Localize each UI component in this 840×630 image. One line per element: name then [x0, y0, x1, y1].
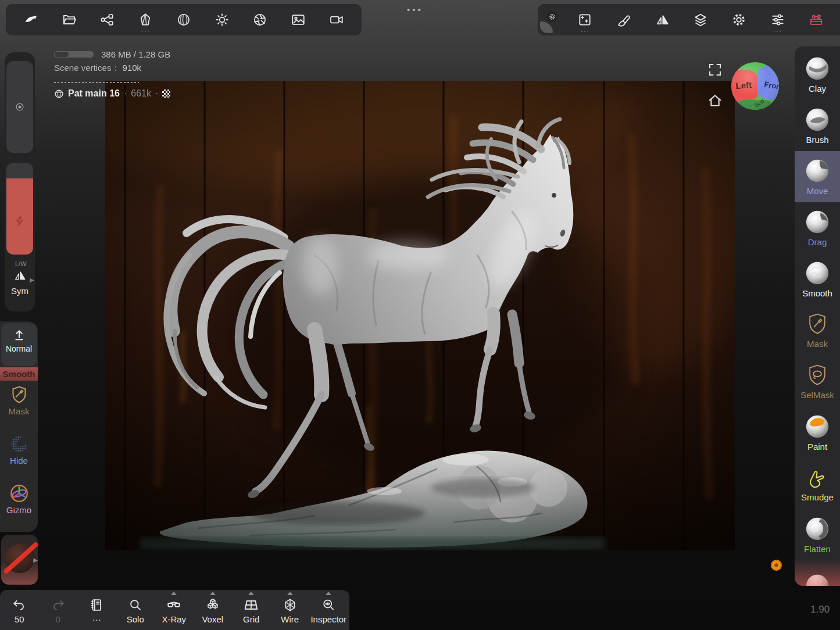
- matcap-icon[interactable]: [176, 12, 191, 27]
- left-mask-tool[interactable]: Mask: [0, 384, 38, 416]
- bottom-item-inspector[interactable]: Inspector: [309, 590, 348, 630]
- material-expand-arrow[interactable]: ▶: [33, 557, 38, 563]
- settings-gear-icon[interactable]: [731, 12, 746, 27]
- bottom-item-label: ···: [92, 614, 101, 624]
- tool-label: Brush: [806, 135, 828, 145]
- drag-tool-icon: [804, 209, 831, 235]
- redo-icon: [51, 597, 66, 613]
- expand-caret-icon[interactable]: [326, 592, 331, 595]
- symmetry-icon[interactable]: [655, 12, 670, 27]
- bottom-item-xray[interactable]: X-Ray: [155, 590, 194, 630]
- stroke-mode-smooth[interactable]: Smooth: [0, 367, 38, 381]
- object-sep2: ·: [155, 88, 158, 99]
- brush-radius-slider[interactable]: [6, 61, 33, 153]
- sym-expand-arrow[interactable]: ▶: [30, 277, 34, 283]
- lw-label: L/W: [15, 260, 35, 267]
- brush-intensity-slider[interactable]: [6, 163, 33, 255]
- lighting-icon[interactable]: [215, 12, 230, 27]
- tool-drag[interactable]: Drag: [795, 202, 840, 253]
- home-view-button[interactable]: [707, 92, 723, 109]
- toolbar-top-right: ··· ···: [538, 4, 840, 35]
- expand-caret-icon[interactable]: [287, 592, 293, 595]
- status-separator: [54, 82, 139, 83]
- tool-label: Move: [807, 186, 828, 196]
- bottom-item-label: Wire: [281, 614, 299, 624]
- material-card[interactable]: ▶: [1, 535, 38, 585]
- tool-gear-badge-icon: [546, 11, 557, 22]
- hide-label: Hide: [0, 456, 38, 466]
- matcap-checker-icon[interactable]: [162, 90, 170, 98]
- xray-icon: [166, 597, 181, 613]
- tool-paint[interactable]: Paint: [795, 407, 840, 458]
- bottom-item-label: Voxel: [202, 614, 223, 624]
- expand-caret-icon[interactable]: [171, 592, 177, 595]
- bottom-item-wire[interactable]: Wire: [271, 590, 310, 630]
- tool-label: Flatten: [804, 544, 831, 554]
- background-image-icon[interactable]: [291, 12, 306, 27]
- paint-material-icon[interactable]: [616, 12, 631, 27]
- tool-brush[interactable]: Brush: [795, 100, 840, 151]
- intensity-bolt-icon: [13, 214, 26, 227]
- nomad-sculpt-app: ··· ••• ···: [0, 0, 840, 630]
- radius-icon: [14, 101, 26, 113]
- undo-icon: [12, 597, 27, 613]
- tool-smooth[interactable]: Smooth: [795, 253, 840, 305]
- toolbar-top-left: ···: [6, 4, 362, 35]
- bottom-item-label: Solo: [127, 614, 144, 624]
- sym-label: Sym: [5, 286, 35, 296]
- right-tools-panel: ClayBrushMoveDragSmoothMaskSelMaskPaintS…: [795, 46, 840, 586]
- mask-label: Mask: [0, 406, 38, 416]
- tool-smudge[interactable]: Smudge: [795, 458, 840, 509]
- layers-icon[interactable]: [693, 12, 708, 27]
- stamp-alpha-icon[interactable]: ···: [577, 12, 592, 27]
- fullscreen-button[interactable]: [707, 62, 723, 77]
- solo-icon: [128, 597, 143, 613]
- toolbox-icon[interactable]: [809, 12, 824, 27]
- paint-tool-icon: [804, 413, 831, 440]
- scene-vertices-label: Scene vertices：: [54, 63, 120, 73]
- inspector-icon: [321, 597, 336, 613]
- expand-caret-icon[interactable]: [210, 592, 216, 595]
- files-icon[interactable]: [62, 12, 77, 27]
- bottom-item-redo[interactable]: 0: [39, 590, 78, 630]
- tool-mask[interactable]: Mask: [795, 305, 840, 356]
- record-indicator-icon[interactable]: [771, 560, 782, 571]
- bottom-item-history[interactable]: ···: [77, 590, 116, 630]
- stroke-mode-normal[interactable]: Normal: [1, 323, 37, 366]
- object-sep: ·: [124, 88, 127, 99]
- zoom-level: 1.90: [810, 604, 830, 615]
- scene-graph-icon[interactable]: [99, 12, 115, 27]
- tool-flatten[interactable]: Flatten: [795, 509, 840, 560]
- hide-dots-icon: [8, 434, 30, 454]
- postprocess-icon[interactable]: [252, 12, 267, 27]
- smooth-tool-icon: [804, 260, 831, 287]
- orientation-gizmo[interactable]: Left Fron Bott: [731, 62, 780, 110]
- sliders-icon[interactable]: ···: [770, 12, 785, 27]
- bottom-item-voxel[interactable]: Voxel: [194, 590, 233, 630]
- primitive-icon[interactable]: ···: [138, 12, 153, 27]
- bottom-item-grid[interactable]: Grid: [232, 590, 271, 630]
- bottom-item-solo[interactable]: Solo: [116, 590, 155, 630]
- camera-icon[interactable]: [329, 12, 344, 27]
- object-name[interactable]: Pat main 16: [68, 88, 120, 99]
- tool-label: Mask: [807, 339, 828, 349]
- bottom-item-label: X-Ray: [162, 614, 186, 624]
- tool-label: SelMask: [800, 390, 834, 400]
- bottom-item-undo[interactable]: 50: [0, 590, 39, 630]
- expand-caret-icon[interactable]: [248, 592, 254, 595]
- grid-icon: [244, 597, 259, 613]
- tool-clay[interactable]: Clay: [795, 49, 840, 100]
- left-gizmo-tool[interactable]: Gizmo: [0, 483, 38, 515]
- nomad-logo-icon[interactable]: [23, 12, 38, 27]
- tool-selmask[interactable]: SelMask: [795, 356, 840, 407]
- symmetry-triangles-icon: [12, 269, 28, 282]
- tool-move[interactable]: Move: [795, 151, 840, 202]
- left-hide-tool[interactable]: Hide: [0, 434, 38, 466]
- symmetry-toggle[interactable]: L/W ▶ Sym: [5, 260, 35, 296]
- memory-usage: 386 MB / 1.28 GB: [101, 49, 170, 59]
- stamp-more-dots: ···: [580, 28, 589, 34]
- bottom-item-label: 0: [56, 614, 60, 624]
- tool-label: Paint: [807, 442, 827, 452]
- viewport-canvas[interactable]: [105, 81, 735, 550]
- window-handle-dots[interactable]: •••: [407, 5, 423, 15]
